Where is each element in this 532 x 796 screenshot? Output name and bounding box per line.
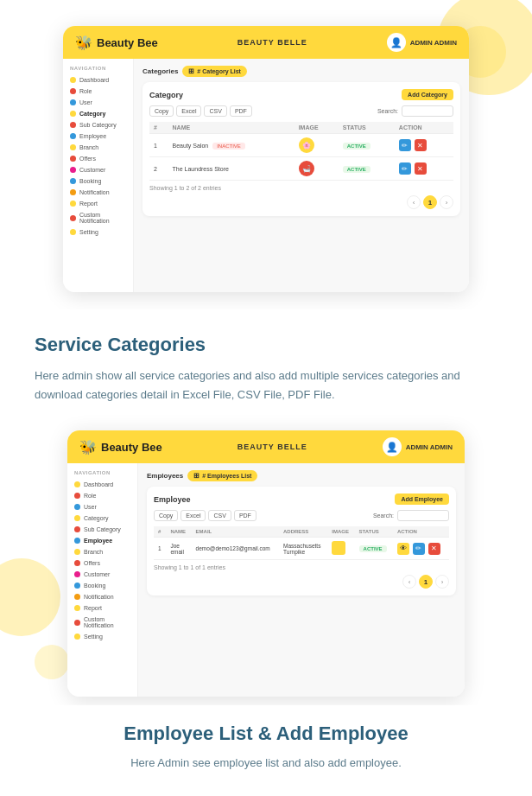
emp-prev-page[interactable]: ‹: [402, 575, 416, 589]
emp-col-name: NAME: [166, 526, 191, 538]
app-card-body-1: NAVIGATION Dashboard Role User Category: [63, 59, 469, 292]
view-button-1[interactable]: 👁: [397, 543, 409, 555]
content-title-2: Employee: [154, 495, 191, 504]
admin-name-2: ADMIN ADMIN: [406, 443, 453, 451]
sidebar-item-user[interactable]: User: [63, 97, 133, 108]
app-card-1: 🐝 Beauty Bee BEAUTY BELLE 👤 ADMIN ADMIN …: [63, 26, 469, 292]
pdf-button[interactable]: PDF: [230, 105, 252, 117]
sidebar-item-booking[interactable]: Booking: [63, 175, 133, 187]
copy-button-2[interactable]: Copy: [154, 510, 178, 521]
emp-delete-button-1[interactable]: ✕: [428, 543, 440, 555]
dot-report: [70, 201, 76, 207]
excel-button-2[interactable]: Excel: [180, 510, 206, 521]
csv-button[interactable]: CSV: [204, 105, 226, 117]
prev-page[interactable]: ‹: [407, 195, 421, 209]
delete-button-1[interactable]: ✕: [415, 139, 427, 151]
sidebar-item-role[interactable]: Role: [63, 86, 133, 97]
next-page[interactable]: ›: [440, 195, 453, 209]
row2-num: 2: [149, 157, 168, 181]
sidebar-item-subcategory[interactable]: Sub Category: [63, 119, 133, 131]
nav-label: NAVIGATION: [63, 66, 133, 74]
edit-button-2[interactable]: ✏: [399, 162, 411, 175]
emp-row1-email: demo@demo123@gmail.com: [192, 538, 279, 560]
sidebar-item-category[interactable]: Category: [63, 108, 133, 119]
copy-button[interactable]: Copy: [149, 105, 174, 117]
dot2-setting: [74, 634, 80, 640]
label2-employee: Employee: [84, 538, 112, 544]
export-row-1: Copy Excel CSV PDF Search:: [149, 105, 453, 117]
breadcrumb-link-1[interactable]: ⊞ # Category List: [182, 66, 247, 77]
page-1[interactable]: 1: [423, 195, 437, 209]
sidebar2-customer[interactable]: Customer: [67, 569, 137, 580]
sidebar-item-report[interactable]: Report: [63, 198, 133, 209]
sidebar-item-branch[interactable]: Branch: [63, 142, 133, 153]
dot-dashboard: [70, 77, 76, 83]
sidebar-item-custom-notif[interactable]: Custom Notification: [63, 209, 133, 226]
sidebar2-custom-notif[interactable]: Custom Notification: [67, 614, 137, 631]
sidebar2-category[interactable]: Category: [67, 513, 137, 524]
sidebar2-user[interactable]: User: [67, 501, 137, 513]
sidebar-label-employee: Employee: [79, 133, 106, 139]
csv-button-2[interactable]: CSV: [208, 510, 231, 521]
dot2-report: [74, 605, 80, 611]
pdf-button-2[interactable]: PDF: [234, 510, 256, 521]
sidebar2-role[interactable]: Role: [67, 490, 137, 501]
excel-button[interactable]: Excel: [176, 105, 201, 117]
app-header-title-2: BEAUTY BELLE: [238, 443, 307, 451]
sidebar2-dashboard[interactable]: Dashboard: [67, 479, 137, 490]
search-row-1: Search:: [377, 105, 453, 117]
search-input-1[interactable]: [402, 105, 453, 117]
home-icon: ⊞: [188, 67, 194, 75]
sidebar-label-dashboard: Dashboard: [79, 77, 109, 83]
sidebar-item-notification[interactable]: Notification: [63, 187, 133, 198]
sidebar-item-setting[interactable]: Setting: [63, 226, 133, 238]
emp-edit-button-1[interactable]: ✏: [413, 543, 425, 555]
deco-circle-3: [0, 558, 60, 636]
row2-image: 🛁: [294, 157, 339, 181]
sidebar2-setting[interactable]: Setting: [67, 631, 137, 642]
sidebar2-notification[interactable]: Notification: [67, 591, 137, 602]
title-row-2: Employee Add Employee: [154, 494, 449, 505]
label2-subcategory: Sub Category: [84, 526, 121, 532]
emp-page-1[interactable]: 1: [419, 575, 433, 589]
sidebar-item-employee[interactable]: Employee: [63, 131, 133, 142]
breadcrumb-1: Categories ⊞ # Category List: [142, 66, 460, 77]
table-footer-1: Showing 1 to 2 of 2 entries: [149, 185, 453, 191]
app-logo-1: 🐝 Beauty Bee: [75, 35, 158, 51]
sidebar-item-offers[interactable]: Offers: [63, 153, 133, 164]
sidebar2-branch[interactable]: Branch: [67, 546, 137, 557]
dot2-custom-notif: [74, 620, 80, 626]
sidebar-label-offers: Offers: [79, 156, 96, 162]
sidebar-label-custom-notif: Custom Notification: [79, 212, 126, 224]
sidebar2-employee[interactable]: Employee: [67, 535, 137, 546]
row1-name: Beauty Salon INACTIVE: [168, 134, 294, 157]
sidebar-item-dashboard[interactable]: Dashboard: [63, 74, 133, 86]
add-category-button[interactable]: Add Category: [402, 89, 453, 100]
sidebar2-booking[interactable]: Booking: [67, 580, 137, 591]
col-image: IMAGE: [294, 122, 339, 134]
sidebar-item-customer[interactable]: Customer: [63, 164, 133, 175]
add-employee-button[interactable]: Add Employee: [395, 494, 449, 505]
emp-next-page[interactable]: ›: [435, 575, 449, 589]
search-input-2[interactable]: [397, 510, 449, 521]
dot-setting: [70, 229, 76, 235]
sidebar2-report[interactable]: Report: [67, 602, 137, 614]
sidebar2-offers[interactable]: Offers: [67, 557, 137, 569]
dot-user: [70, 99, 76, 105]
main-content-1: Categories ⊞ # Category List Category Ad…: [134, 59, 469, 292]
nav-label-2: NAVIGATION: [67, 470, 137, 479]
emp-col-image: IMAGE: [327, 526, 354, 538]
sidebar2-subcategory[interactable]: Sub Category: [67, 524, 137, 535]
edit-button-1[interactable]: ✏: [399, 139, 411, 151]
label2-user: User: [84, 504, 97, 510]
delete-button-2[interactable]: ✕: [415, 162, 427, 175]
label2-customer: Customer: [84, 571, 110, 577]
emp-col-email: EMAIL: [192, 526, 279, 538]
breadcrumb-link-2[interactable]: ⊞ # Employees List: [187, 470, 257, 481]
dot-category: [70, 111, 76, 117]
app-header-title: BEAUTY BELLE: [238, 38, 307, 47]
app-logo-2: 🐝 Beauty Bee: [79, 439, 162, 455]
deco-circle-4: [35, 645, 69, 679]
dot2-dashboard: [74, 481, 80, 487]
emp-row1-action: 👁 ✏ ✕: [393, 538, 449, 560]
